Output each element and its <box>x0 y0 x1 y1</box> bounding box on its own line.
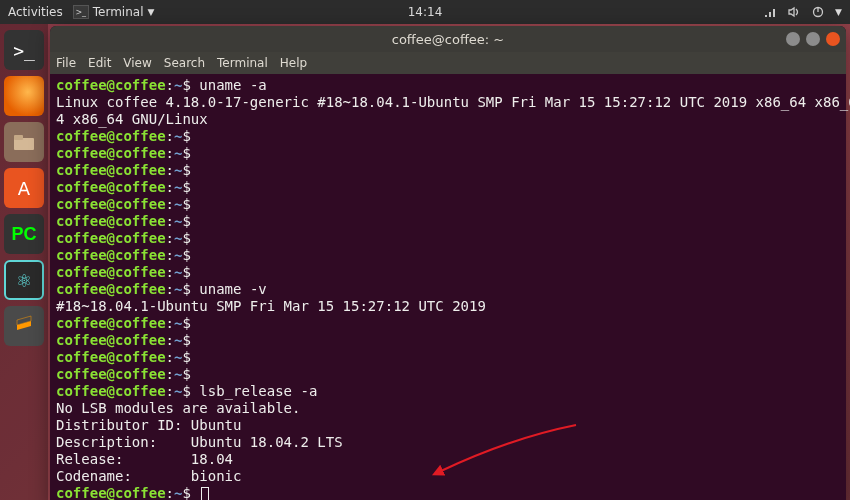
terminal-line: coffee@coffee:~$ <box>56 485 840 500</box>
terminal-line: coffee@coffee:~$ uname -v <box>56 281 840 298</box>
dock-terminal[interactable]: >_ <box>4 30 44 70</box>
terminal-output: Codename: bionic <box>56 468 840 485</box>
terminal-line: coffee@coffee:~$ lsb_release -a <box>56 383 840 400</box>
terminal-output: #18~18.04.1-Ubuntu SMP Fri Mar 15 15:27:… <box>56 298 840 315</box>
network-icon[interactable] <box>763 5 777 19</box>
menu-search[interactable]: Search <box>164 56 205 70</box>
menu-file[interactable]: File <box>56 56 76 70</box>
terminal-output: Release: 18.04 <box>56 451 840 468</box>
menu-help[interactable]: Help <box>280 56 307 70</box>
menu-view[interactable]: View <box>123 56 151 70</box>
terminal-line: coffee@coffee:~$ <box>56 247 840 264</box>
minimize-button[interactable] <box>786 32 800 46</box>
terminal-line: coffee@coffee:~$ <box>56 230 840 247</box>
terminal-icon: >_ <box>73 5 89 19</box>
clock[interactable]: 14:14 <box>408 5 443 19</box>
terminal-window: coffee@coffee: ~ File Edit View Search T… <box>50 26 846 500</box>
cursor <box>201 487 209 500</box>
gnome-topbar: Activities >_ Terminal ▼ 14:14 ▼ <box>0 0 850 24</box>
maximize-button[interactable] <box>806 32 820 46</box>
dock-firefox[interactable] <box>4 76 44 116</box>
terminal-output: 4 x86_64 GNU/Linux <box>56 111 840 128</box>
window-title: coffee@coffee: ~ <box>392 32 505 47</box>
terminal-line: coffee@coffee:~$ uname -a <box>56 77 840 94</box>
terminal-line: coffee@coffee:~$ <box>56 128 840 145</box>
menu-terminal[interactable]: Terminal <box>217 56 268 70</box>
terminal-line: coffee@coffee:~$ <box>56 179 840 196</box>
terminal-output: Distributor ID: Ubuntu <box>56 417 840 434</box>
terminal-output: Description: Ubuntu 18.04.2 LTS <box>56 434 840 451</box>
dock-atom[interactable]: ⚛ <box>4 260 44 300</box>
menubar: File Edit View Search Terminal Help <box>50 52 846 74</box>
terminal-line: coffee@coffee:~$ <box>56 315 840 332</box>
power-icon[interactable] <box>811 5 825 19</box>
terminal-line: coffee@coffee:~$ <box>56 264 840 281</box>
terminal-viewport[interactable]: coffee@coffee:~$ uname -aLinux coffee 4.… <box>50 74 846 500</box>
terminal-line: coffee@coffee:~$ <box>56 196 840 213</box>
terminal-line: coffee@coffee:~$ <box>56 162 840 179</box>
chevron-down-icon: ▼ <box>147 7 154 17</box>
close-button[interactable] <box>826 32 840 46</box>
menu-edit[interactable]: Edit <box>88 56 111 70</box>
terminal-line: coffee@coffee:~$ <box>56 332 840 349</box>
terminal-line: coffee@coffee:~$ <box>56 349 840 366</box>
system-menu-chevron[interactable]: ▼ <box>835 7 842 17</box>
terminal-line: coffee@coffee:~$ <box>56 366 840 383</box>
dock-software[interactable]: A <box>4 168 44 208</box>
dock-files[interactable] <box>4 122 44 162</box>
terminal-output: Linux coffee 4.18.0-17-generic #18~18.04… <box>56 94 840 111</box>
titlebar[interactable]: coffee@coffee: ~ <box>50 26 846 52</box>
dock: >_ A PC ⚛ <box>0 24 48 500</box>
terminal-line: coffee@coffee:~$ <box>56 145 840 162</box>
dock-sublime[interactable] <box>4 306 44 346</box>
svg-rect-3 <box>14 135 23 140</box>
terminal-line: coffee@coffee:~$ <box>56 213 840 230</box>
activities-button[interactable]: Activities <box>8 5 63 19</box>
active-app-indicator[interactable]: >_ Terminal ▼ <box>73 5 155 19</box>
terminal-output: No LSB modules are available. <box>56 400 840 417</box>
dock-pycharm[interactable]: PC <box>4 214 44 254</box>
volume-icon[interactable] <box>787 5 801 19</box>
